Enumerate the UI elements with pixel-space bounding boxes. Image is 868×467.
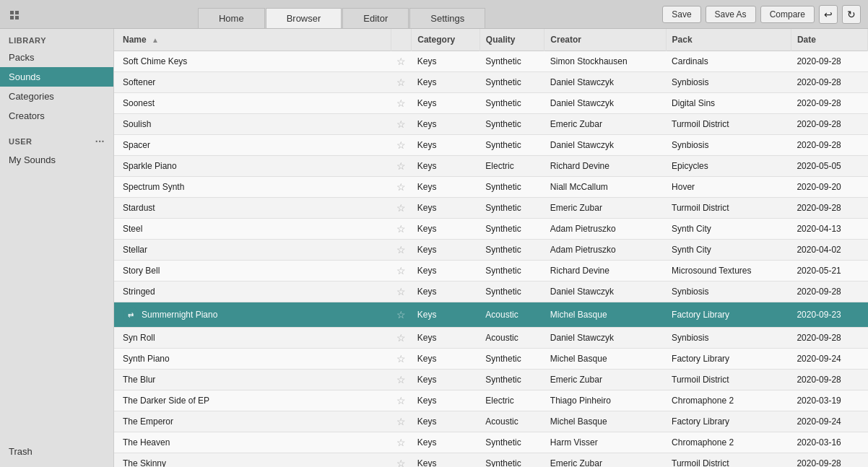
cell-pack: Hover bbox=[666, 177, 791, 198]
table-row[interactable]: Stellar☆KeysSyntheticAdam PietruszkoSynt… bbox=[114, 240, 868, 261]
sidebar-item-my-sounds[interactable]: My Sounds bbox=[0, 150, 113, 170]
cell-star[interactable]: ☆ bbox=[391, 432, 412, 453]
nav-tab-editor[interactable]: Editor bbox=[342, 8, 409, 28]
sidebar-item-categories[interactable]: Categories bbox=[0, 87, 113, 106]
table-row[interactable]: The Emperor☆KeysAcousticMichel BasqueFac… bbox=[114, 411, 868, 432]
table-row[interactable]: Stringed☆KeysSyntheticDaniel StawczykSyn… bbox=[114, 281, 868, 302]
nav-actions: Save Save As Compare ↩ ↻ bbox=[662, 5, 861, 28]
sounds-table: Name ▲ Category Quality Creator Pack Dat… bbox=[114, 29, 868, 467]
cell-star[interactable]: ☆ bbox=[391, 328, 412, 349]
user-section-label: USER ··· bbox=[0, 126, 113, 150]
sidebar-bottom: Trash bbox=[0, 436, 113, 467]
table-row[interactable]: Spectrum Synth☆KeysSyntheticNiall McCall… bbox=[114, 177, 868, 198]
save-as-button[interactable]: Save As bbox=[706, 6, 756, 23]
save-button[interactable]: Save bbox=[662, 6, 700, 23]
cell-star[interactable]: ☆ bbox=[391, 302, 412, 328]
table-row[interactable]: The Blur☆KeysSyntheticEmeric ZubarTurmoi… bbox=[114, 370, 868, 390]
table-row[interactable]: Soulish☆KeysSyntheticEmeric ZubarTurmoil… bbox=[114, 114, 868, 135]
table-row[interactable]: ⇄Summernight Piano☆KeysAcousticMichel Ba… bbox=[114, 302, 868, 328]
cell-star[interactable]: ☆ bbox=[391, 135, 412, 156]
cell-date: 2020-09-28 bbox=[791, 328, 867, 349]
cell-date: 2020-09-28 bbox=[791, 114, 867, 135]
table-row[interactable]: Sparkle Piano☆KeysElectricRichard Devine… bbox=[114, 156, 868, 177]
cell-date: 2020-03-16 bbox=[791, 432, 867, 453]
cell-star[interactable]: ☆ bbox=[391, 51, 412, 72]
sidebar-item-packs[interactable]: Packs bbox=[0, 48, 113, 67]
cell-creator: Michel Basque bbox=[544, 349, 666, 370]
cell-star[interactable]: ☆ bbox=[391, 198, 412, 219]
cell-star[interactable]: ☆ bbox=[391, 93, 412, 114]
nav-tab-settings[interactable]: Settings bbox=[409, 8, 485, 28]
table-row[interactable]: The Skinny☆KeysSyntheticEmeric ZubarTurm… bbox=[114, 453, 868, 468]
cell-category: Keys bbox=[412, 328, 480, 349]
sidebar-item-sounds[interactable]: Sounds bbox=[0, 67, 113, 87]
sidebar-item-trash[interactable]: Trash bbox=[9, 442, 105, 461]
compare-button[interactable]: Compare bbox=[760, 6, 815, 23]
cell-star[interactable]: ☆ bbox=[391, 156, 412, 177]
cell-date: 2020-05-21 bbox=[791, 261, 867, 281]
cell-star[interactable]: ☆ bbox=[391, 114, 412, 135]
table-row[interactable]: Story Bell☆KeysSyntheticRichard DevineMi… bbox=[114, 261, 868, 281]
cell-pack: Chromaphone 2 bbox=[666, 432, 791, 453]
user-menu-dots[interactable]: ··· bbox=[95, 136, 105, 147]
cell-pack: Factory Library bbox=[666, 411, 791, 432]
cell-category: Keys bbox=[412, 370, 480, 390]
th-pack[interactable]: Pack bbox=[666, 29, 791, 51]
cell-name: The Darker Side of EP bbox=[114, 390, 391, 411]
th-creator[interactable]: Creator bbox=[544, 29, 666, 51]
cell-quality: Synthetic bbox=[479, 453, 544, 468]
cell-date: 2020-09-28 bbox=[791, 281, 867, 302]
nav-tabs: HomeBrowserEditorSettings bbox=[198, 8, 486, 28]
content-area: Name ▲ Category Quality Creator Pack Dat… bbox=[114, 29, 868, 467]
table-row[interactable]: Softener☆KeysSyntheticDaniel StawczykSyn… bbox=[114, 72, 868, 93]
cell-star[interactable]: ☆ bbox=[391, 370, 412, 390]
cell-star[interactable]: ☆ bbox=[391, 261, 412, 281]
cell-pack: Turmoil District bbox=[666, 198, 791, 219]
cell-quality: Synthetic bbox=[479, 219, 544, 240]
nav-tab-home[interactable]: Home bbox=[198, 8, 265, 28]
nav-tab-browser[interactable]: Browser bbox=[266, 8, 342, 28]
table-row[interactable]: Soft Chime Keys☆KeysSyntheticSimon Stock… bbox=[114, 51, 868, 72]
table-row[interactable]: Spacer☆KeysSyntheticDaniel StawczykSynbi… bbox=[114, 135, 868, 156]
cell-category: Keys bbox=[412, 51, 480, 72]
cell-date: 2020-09-20 bbox=[791, 177, 867, 198]
table-row[interactable]: The Darker Side of EP☆KeysElectricThiago… bbox=[114, 390, 868, 411]
cell-name: Stardust bbox=[114, 198, 391, 219]
cell-quality: Electric bbox=[479, 390, 544, 411]
cell-star[interactable]: ☆ bbox=[391, 240, 412, 261]
cell-star[interactable]: ☆ bbox=[391, 281, 412, 302]
th-date[interactable]: Date bbox=[791, 29, 867, 51]
cell-pack: Digital Sins bbox=[666, 93, 791, 114]
cell-star[interactable]: ☆ bbox=[391, 411, 412, 432]
cell-star[interactable]: ☆ bbox=[391, 219, 412, 240]
cell-star[interactable]: ☆ bbox=[391, 390, 412, 411]
table-row[interactable]: Synth Piano☆KeysSyntheticMichel BasqueFa… bbox=[114, 349, 868, 370]
cell-quality: Synthetic bbox=[479, 370, 544, 390]
table-row[interactable]: Soonest☆KeysSyntheticDaniel StawczykDigi… bbox=[114, 93, 868, 114]
cell-category: Keys bbox=[412, 432, 480, 453]
cell-pack: Factory Library bbox=[666, 349, 791, 370]
play-icon[interactable]: ⇄ bbox=[123, 307, 139, 323]
cell-star[interactable]: ☆ bbox=[391, 349, 412, 370]
cell-quality: Synthetic bbox=[479, 177, 544, 198]
table-row[interactable]: The Heaven☆KeysSyntheticHarm VisserChrom… bbox=[114, 432, 868, 453]
cell-name: Steel bbox=[114, 219, 391, 240]
table-row[interactable]: Stardust☆KeysSyntheticEmeric ZubarTurmoi… bbox=[114, 198, 868, 219]
th-category[interactable]: Category bbox=[412, 29, 480, 51]
cell-category: Keys bbox=[412, 411, 480, 432]
cell-star[interactable]: ☆ bbox=[391, 453, 412, 468]
table-row[interactable]: Steel☆KeysSyntheticAdam PietruszkoSynth … bbox=[114, 219, 868, 240]
cell-star[interactable]: ☆ bbox=[391, 177, 412, 198]
cell-creator: Emeric Zubar bbox=[544, 198, 666, 219]
cell-quality: Synthetic bbox=[479, 349, 544, 370]
cell-name: Soulish bbox=[114, 114, 391, 135]
table-row[interactable]: Syn Roll☆KeysAcousticDaniel StawczykSynb… bbox=[114, 328, 868, 349]
refresh-icon[interactable]: ↻ bbox=[842, 5, 861, 24]
sounds-table-wrapper[interactable]: Name ▲ Category Quality Creator Pack Dat… bbox=[114, 29, 868, 467]
sidebar-item-creators[interactable]: Creators bbox=[0, 106, 113, 126]
cell-creator: Daniel Stawczyk bbox=[544, 135, 666, 156]
th-quality[interactable]: Quality bbox=[479, 29, 544, 51]
history-icon[interactable]: ↩ bbox=[819, 5, 838, 24]
cell-star[interactable]: ☆ bbox=[391, 72, 412, 93]
th-name[interactable]: Name ▲ bbox=[114, 29, 391, 51]
